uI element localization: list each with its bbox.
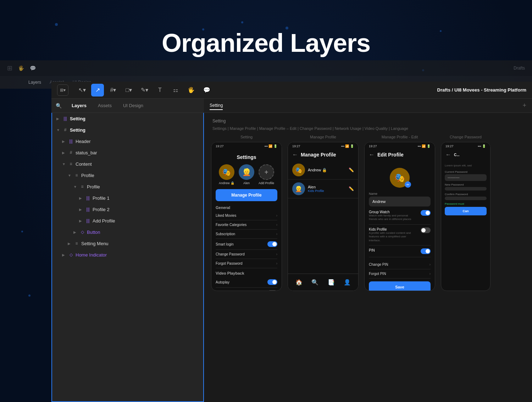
chevron-down-icon: ▼ bbox=[62, 162, 66, 166]
layer-item-setting-frame[interactable]: ▼ # Setting bbox=[52, 124, 203, 136]
group-icon: ≡ bbox=[74, 241, 79, 246]
group-watch-toggle[interactable] bbox=[421, 210, 431, 216]
layer-item-home-indicator[interactable]: ▶ ◇ Home Indicator bbox=[52, 249, 203, 260]
stream-wifi-row[interactable]: Stream over Wi-Fi only bbox=[216, 288, 277, 291]
layer-item-profile-group[interactable]: ▼ ≡ Profile bbox=[52, 170, 203, 181]
liked-movies-row[interactable]: Liked Movies › bbox=[216, 211, 277, 220]
diamond-icon: ◇ bbox=[80, 230, 85, 235]
canvas-section-header: Setting bbox=[204, 113, 532, 126]
alen-mini-avatar: 👱 bbox=[292, 182, 305, 195]
andrew-profile-item[interactable]: 🎭 Andrew 🔒 ✏️ bbox=[288, 161, 358, 180]
layer-item-button[interactable]: ▶ ◇ Button bbox=[52, 226, 203, 238]
layer-item-header[interactable]: ▶ ||| Header bbox=[52, 136, 203, 147]
add-page-button[interactable]: + bbox=[522, 102, 526, 109]
shape-tool[interactable]: □▾ bbox=[122, 84, 135, 97]
search-icon-small[interactable]: 🔍 bbox=[56, 103, 62, 109]
move-tool[interactable]: ↖▾ bbox=[76, 84, 88, 97]
new-pwd-field[interactable] bbox=[445, 187, 487, 191]
component-tool[interactable]: ⚏ bbox=[169, 84, 182, 97]
manage-profile-title: Manage Profile bbox=[301, 152, 336, 158]
kids-profile-sub: A profile with curated content and featu… bbox=[369, 231, 415, 242]
smart-login-toggle[interactable] bbox=[267, 241, 277, 247]
confirm-pwd-field[interactable] bbox=[445, 197, 487, 200]
tab-layers[interactable]: Layers bbox=[69, 101, 89, 110]
hand-tool[interactable]: 🖐 bbox=[185, 84, 198, 97]
forgot-pin-row[interactable]: Forgot PIN › bbox=[369, 269, 431, 279]
layer-item-profile2[interactable]: ▶ ||| Profile 2 bbox=[52, 204, 203, 215]
edit-profile-content: 🎭 ✏ Name Andrew Group Watch Watch with f… bbox=[365, 161, 435, 291]
back-arrow-edit[interactable]: ← bbox=[369, 152, 375, 158]
favorite-categories-row[interactable]: Favorite Categories › bbox=[216, 220, 277, 230]
chevron-icon: › bbox=[430, 263, 431, 266]
layer-item-profile-nested[interactable]: ▼ ≡ Profile bbox=[52, 181, 203, 192]
profile-nav-icon[interactable]: 👤 bbox=[344, 279, 351, 286]
comment-tool[interactable]: 💬 bbox=[200, 84, 213, 97]
time-settings: 19:27 bbox=[216, 144, 224, 148]
figma-frame: ⊞▾ ↖▾ ↗ #▾ □▾ ✎▾ T ⚏ 🖐 💬 Drafts / UI8 Mo… bbox=[51, 82, 532, 402]
layer-item-content[interactable]: ▼ ≡ Content bbox=[52, 158, 203, 170]
can-button[interactable]: Can bbox=[445, 207, 487, 215]
search-nav-icon[interactable]: 🔍 bbox=[311, 279, 318, 286]
edit-icon-alen[interactable]: ✏️ bbox=[349, 186, 354, 191]
layer-item-statusbar[interactable]: ▶ # status_bar bbox=[52, 147, 203, 158]
page-tab-setting[interactable]: Setting bbox=[210, 101, 223, 110]
current-pwd-dots[interactable]: •••••••••••• bbox=[445, 174, 487, 181]
layer-item-profile1[interactable]: ▶ ||| Profile 1 bbox=[52, 192, 203, 204]
edit-icon-andrew[interactable]: ✏️ bbox=[349, 167, 354, 172]
layer-item-add-profile[interactable]: ▶ ||| Add Profile bbox=[52, 215, 203, 226]
change-password-row[interactable]: Change Password › bbox=[216, 250, 277, 259]
change-pin-row[interactable]: Change PIN › bbox=[369, 260, 431, 269]
figma-toolbar: ⊞▾ ↖▾ ↗ #▾ □▾ ✎▾ T ⚏ 🖐 💬 Drafts / UI8 Mo… bbox=[51, 82, 532, 99]
text-tool[interactable]: T bbox=[154, 84, 166, 97]
kids-profile-toggle[interactable] bbox=[421, 227, 431, 233]
canvas-breadcrumb: Settings | Manage Profile | Manage Profi… bbox=[204, 126, 532, 135]
profile-avatars-settings: 🎭 Andrew 🔒 👱 Alen bbox=[216, 164, 277, 185]
tab-assets[interactable]: Assets bbox=[95, 101, 115, 110]
alen-name: Alen bbox=[308, 185, 324, 189]
forgot-password-row[interactable]: Forgot Password › bbox=[216, 259, 277, 268]
autoplay-row[interactable]: Autoplay bbox=[216, 277, 277, 288]
pen-tool[interactable]: ✎▾ bbox=[138, 84, 151, 97]
group-watch-sub: Watch with family and personal friends w… bbox=[369, 214, 415, 221]
component-icon: ||| bbox=[85, 218, 90, 223]
bookmark-nav-icon[interactable]: 📑 bbox=[328, 279, 335, 286]
layer-label: Setting bbox=[70, 127, 85, 133]
manage-profile-button[interactable]: Manage Profile bbox=[216, 189, 277, 201]
smart-login-row[interactable]: Smart login bbox=[216, 239, 277, 250]
tab-ui-design[interactable]: UI Design bbox=[120, 101, 146, 110]
layer-label: Profile 1 bbox=[93, 196, 110, 201]
save-button[interactable]: Save bbox=[369, 281, 431, 291]
back-arrow-manage[interactable]: ← bbox=[292, 152, 298, 158]
figma-logo[interactable]: ⊞▾ bbox=[57, 84, 68, 96]
add-profile-btn[interactable]: + Add Profile bbox=[259, 164, 274, 185]
layer-label: Button bbox=[87, 230, 100, 235]
autoplay-label: Autoplay bbox=[216, 280, 229, 284]
autoplay-toggle[interactable] bbox=[267, 279, 277, 285]
phone-change-password: 19:27 ▪▪▪ 🔋 ← C... Lorem ipsum elit, sed… bbox=[441, 142, 491, 291]
home-nav-icon[interactable]: 🏠 bbox=[295, 279, 303, 286]
new-pwd-label: New Password bbox=[445, 183, 487, 186]
group-icon: ≡ bbox=[74, 173, 79, 178]
alen-profile-left: 👱 Alen Kids Profile bbox=[292, 182, 324, 195]
pointer-tool[interactable]: ↗ bbox=[91, 84, 104, 97]
stream-wifi-toggle[interactable] bbox=[267, 290, 277, 291]
forgot-password-label: Forgot Password bbox=[216, 261, 243, 265]
name-field-value[interactable]: Andrew bbox=[369, 197, 431, 206]
group-watch-label: Group Watch bbox=[369, 210, 415, 214]
layer-item-setting-menu[interactable]: ▶ ≡ Setting Menu bbox=[52, 238, 203, 249]
alen-profile-item[interactable]: 👱 Alen Kids Profile ✏️ bbox=[288, 180, 358, 198]
edit-avatar-badge[interactable]: ✏ bbox=[405, 181, 411, 188]
chevron-right-icon: ▶ bbox=[68, 242, 72, 246]
settings-content: Settings 🎭 Andrew 🔒 👱 bbox=[211, 149, 282, 291]
phone-edit-profile: 19:27 ▪▪▪ 📶 🔋 ← Edit Profile 🎭 ✏ bbox=[364, 142, 435, 291]
back-arrow-changepwd[interactable]: ← bbox=[445, 152, 451, 158]
frame-tool[interactable]: #▾ bbox=[107, 84, 120, 97]
chevron-icon: › bbox=[276, 223, 277, 227]
layer-item-setting-component[interactable]: ▶ ||| Setting bbox=[52, 113, 203, 124]
component-icon: ||| bbox=[63, 116, 68, 121]
subscription-row[interactable]: Subscription › bbox=[216, 230, 277, 239]
phone-settings: 19:27 ▪▪▪ 📶 🔋 Settings 🎭 Andrew 🔒 bbox=[211, 142, 282, 291]
group-watch-row: Group Watch Watch with family and person… bbox=[369, 210, 431, 225]
layer-label: Profile 2 bbox=[93, 207, 110, 212]
pin-toggle[interactable] bbox=[421, 248, 431, 254]
